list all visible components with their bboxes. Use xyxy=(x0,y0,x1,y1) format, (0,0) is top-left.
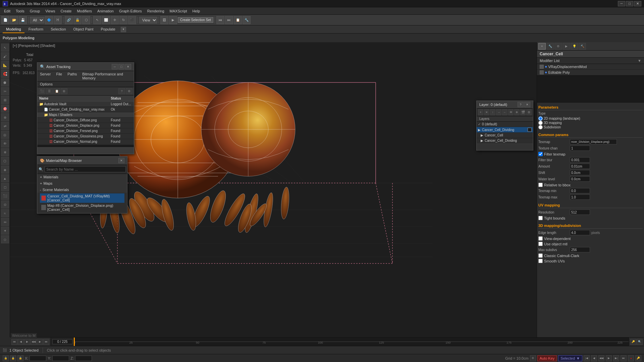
tl-key-filters[interactable]: 🔍 xyxy=(637,339,643,345)
lp-btn-move-up[interactable]: ↑ xyxy=(490,109,495,115)
menu-rendering[interactable]: Rendering xyxy=(145,7,167,14)
lp-row-cancer-dividing[interactable]: ▶ Cancer_Cell_Dividing xyxy=(477,127,533,133)
at-minimize[interactable]: ─ xyxy=(112,64,118,69)
lt-magnet[interactable]: 🧲 xyxy=(1,70,9,78)
lt-isolate[interactable]: ◎ xyxy=(1,131,9,139)
tl-key-next[interactable]: ⏭ xyxy=(43,339,49,345)
lp-close[interactable]: ✕ xyxy=(524,102,530,107)
maximize-button[interactable]: □ xyxy=(626,1,633,6)
lp-btn-new[interactable]: + xyxy=(478,109,483,115)
filter-blur-input[interactable]: 0.001 xyxy=(570,157,590,163)
cb-next-frame2[interactable]: ▶| xyxy=(613,355,619,361)
timeline-track[interactable]: 0 25 50 75 100 125 150 175 200 225 xyxy=(74,338,629,346)
lt-hide[interactable]: 👁 xyxy=(1,139,9,147)
select-obj-btn[interactable]: 🔷 xyxy=(45,16,53,24)
mb-scene-materials-header[interactable]: - Scene Materials xyxy=(37,187,127,193)
tab-modeling[interactable]: Modeling xyxy=(3,26,24,33)
tl-set-key[interactable]: 🔑 xyxy=(630,339,636,345)
texture-chan-input[interactable]: 1 xyxy=(570,145,590,151)
max-subdivs-input[interactable]: 256 xyxy=(570,247,590,252)
at-tb-4[interactable]: ⊞ xyxy=(61,88,67,94)
render-btn[interactable]: ▶ xyxy=(169,16,177,24)
menu-group[interactable]: Group xyxy=(27,7,43,14)
edge-length-input[interactable]: 4.0 xyxy=(570,230,590,235)
type-subdiv-radio[interactable] xyxy=(538,125,543,129)
at-row-diffuse[interactable]: 🖼 Cancer_Division_Diffuse.png Found xyxy=(37,118,134,123)
lt-paint[interactable]: 🖌 xyxy=(1,52,9,60)
rp-display-btn[interactable]: 💡 xyxy=(571,43,578,50)
lt-snap[interactable]: 🎯 xyxy=(1,105,9,113)
cb-play-fwd2[interactable]: ▶ xyxy=(606,355,612,361)
tight-bounds-checkbox[interactable] xyxy=(538,216,543,220)
grid-settings-btn[interactable]: ⚙ xyxy=(530,355,536,361)
texmap-min-input[interactable]: 0.0 xyxy=(570,188,590,193)
render-setup-btn[interactable]: 🖼 xyxy=(160,16,168,24)
scale-btn[interactable]: ⬛ xyxy=(128,16,136,24)
selected-display[interactable]: Selected ▼ xyxy=(558,355,582,361)
tl-key-prev[interactable]: ⏮ xyxy=(11,339,17,345)
lp-dividing-box[interactable] xyxy=(528,128,532,132)
lp-row-default[interactable]: ✓ 0 (default) xyxy=(477,122,533,127)
cb-prev-frame2[interactable]: ◀ xyxy=(591,355,597,361)
rp-create-btn[interactable]: ✦ xyxy=(538,43,546,50)
mb-maps-header[interactable]: + Maps xyxy=(37,180,127,186)
rp-hierarchy-btn[interactable]: ⚙ xyxy=(554,43,562,50)
menu-create[interactable]: Create xyxy=(58,7,74,14)
at-close[interactable]: ✕ xyxy=(125,64,131,69)
lt-cut[interactable]: ✂ xyxy=(1,87,9,95)
menu-maxscript[interactable]: MAXScript xyxy=(167,7,190,14)
close-button[interactable]: ✕ xyxy=(634,1,641,6)
tl-play-back[interactable]: ◀◀ xyxy=(31,339,37,345)
open-btn[interactable]: 📂 xyxy=(10,16,18,24)
tab-selection[interactable]: Selection xyxy=(47,26,69,33)
lt-extrude[interactable]: ▲ xyxy=(1,174,9,182)
select-btn[interactable]: ↖ xyxy=(93,16,101,24)
link-btn[interactable]: 🔗 xyxy=(65,16,73,24)
filter-texmap-checkbox[interactable] xyxy=(538,152,543,156)
menu-help[interactable]: Help xyxy=(190,7,203,14)
cb-key-next2[interactable]: ⏭ xyxy=(621,355,627,361)
search-by-name-input[interactable] xyxy=(45,166,126,172)
bind-warp-btn[interactable]: ⬡ xyxy=(82,16,90,24)
autokey-btn[interactable]: Auto Key xyxy=(537,355,557,361)
lt-wire[interactable]: ⬡ xyxy=(1,157,9,165)
lock-x-btn[interactable]: 🔒 xyxy=(3,355,9,361)
menu-graph-editors[interactable]: Graph Editors xyxy=(116,7,145,14)
cb-key-prev2[interactable]: |◀ xyxy=(584,355,590,361)
select-region-btn[interactable]: ⬜ xyxy=(102,16,110,24)
select-name-btn[interactable]: H xyxy=(54,16,62,24)
modifier-editable-poly[interactable]: ■ Editable Poly xyxy=(537,70,644,75)
lp-btn-freeze[interactable]: ❄ xyxy=(514,109,520,115)
next-key-btn[interactable]: ⏭ xyxy=(225,16,233,24)
lock-y-btn[interactable]: 🔒 xyxy=(10,355,16,361)
at-tb-help[interactable]: ? xyxy=(118,88,125,94)
lp-title-controls[interactable]: ? ✕ xyxy=(518,102,530,107)
rp-motion-btn[interactable]: ▶ xyxy=(562,43,570,50)
at-scrollbar[interactable] xyxy=(37,144,134,147)
cb-play-back2[interactable]: ◀◀ xyxy=(598,355,604,361)
mb-item-displace-map[interactable]: Map #8 (Cancer_Division_Displace.png) [C… xyxy=(40,203,124,212)
lt-symmetry[interactable]: ⇔ xyxy=(1,218,9,226)
at-menu-file[interactable]: File xyxy=(53,71,65,81)
at-options[interactable]: Options xyxy=(40,82,53,86)
lt-inset[interactable]: ◻ xyxy=(1,183,9,191)
rp-utilities-btn[interactable]: 🔨 xyxy=(579,43,586,50)
title-bar-controls[interactable]: ─ □ ✕ xyxy=(618,1,641,6)
layer-mgr-btn[interactable]: 📋 xyxy=(234,16,242,24)
menu-views[interactable]: Views xyxy=(43,7,58,14)
unlink-btn[interactable]: 🔓 xyxy=(73,16,82,24)
at-row-fresnel[interactable]: 🖼 Cancer_Division_Fresnel.png Found xyxy=(37,128,134,134)
classic-catmull-checkbox[interactable] xyxy=(538,253,543,258)
tab-freeform[interactable]: Freeform xyxy=(25,26,47,33)
smooth-uvs-checkbox[interactable] xyxy=(538,259,543,263)
at-row-vault[interactable]: 📁 Autodesk Vault Logged Out... xyxy=(37,102,134,107)
lt-relax[interactable]: ≈ xyxy=(1,209,9,217)
relative-bbox-checkbox[interactable] xyxy=(538,183,543,187)
lp-btn-move-to[interactable]: → xyxy=(496,109,501,115)
lp-btn-render[interactable]: 🎬 xyxy=(520,109,526,115)
mb-materials-header[interactable]: + Materials xyxy=(37,174,127,180)
lp-row-cancer-cell-dividing-2[interactable]: ▶ Cancer_Cell_Dividing xyxy=(477,138,533,143)
amount-input[interactable]: 0.01cm xyxy=(570,164,590,169)
tab-populate[interactable]: Populate xyxy=(97,26,118,33)
lp-help[interactable]: ? xyxy=(518,102,524,107)
